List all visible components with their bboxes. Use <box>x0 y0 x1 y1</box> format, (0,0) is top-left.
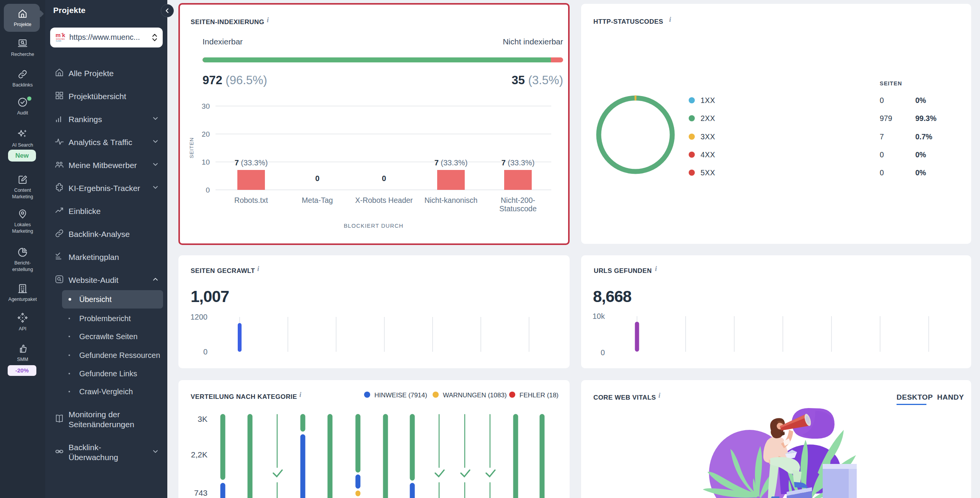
svg-text:BLOCKIERT DURCH: BLOCKIERT DURCH <box>344 223 403 229</box>
svg-text:3XX: 3XX <box>701 132 715 141</box>
svg-text:FEHLER (18): FEHLER (18) <box>519 392 559 399</box>
svg-text:0%: 0% <box>915 150 926 159</box>
svg-text:5XX: 5XX <box>701 168 715 177</box>
svg-text:3K: 3K <box>198 415 207 423</box>
svg-text:Statuscode: Statuscode <box>499 204 537 213</box>
svg-text:7 (33.3%): 7 (33.3%) <box>501 158 535 167</box>
svg-text:0: 0 <box>601 348 605 357</box>
svg-text:4XX: 4XX <box>701 150 715 159</box>
svg-text:2,2K: 2,2K <box>191 450 207 459</box>
svg-text:0: 0 <box>880 96 884 104</box>
svg-text:0: 0 <box>203 348 207 356</box>
svg-text:0%: 0% <box>915 96 926 104</box>
svg-text:0: 0 <box>382 174 386 183</box>
svg-text:979: 979 <box>880 114 892 122</box>
svg-text:0: 0 <box>315 174 319 183</box>
svg-text:99.3%: 99.3% <box>915 114 936 122</box>
svg-text:0.7%: 0.7% <box>915 132 932 141</box>
svg-text:0: 0 <box>880 168 884 177</box>
svg-text:30: 30 <box>202 102 210 110</box>
svg-text:Nicht-kanonisch: Nicht-kanonisch <box>425 196 478 204</box>
svg-text:SEITEN: SEITEN <box>189 137 194 158</box>
svg-text:WARNUNGEN (1083): WARNUNGEN (1083) <box>443 392 507 399</box>
svg-text:0%: 0% <box>915 168 926 177</box>
svg-text:KLINIK: KLINIK <box>56 40 61 42</box>
svg-text:1200: 1200 <box>191 313 208 321</box>
svg-text:20: 20 <box>202 130 210 138</box>
svg-text:Meta-Tag: Meta-Tag <box>302 196 333 204</box>
svg-text:10k: 10k <box>593 312 605 320</box>
svg-text:2XX: 2XX <box>701 114 715 122</box>
svg-text:HINWEISE (7914): HINWEISE (7914) <box>374 392 427 399</box>
svg-text:m: m <box>56 32 60 38</box>
svg-text:X-Robots Header: X-Robots Header <box>355 196 413 204</box>
svg-text:SEITEN: SEITEN <box>880 80 902 87</box>
svg-text:0: 0 <box>206 186 210 194</box>
svg-text:1XX: 1XX <box>701 96 715 104</box>
svg-text:Robots.txt: Robots.txt <box>234 196 268 204</box>
svg-text:k: k <box>62 32 65 38</box>
svg-text:10: 10 <box>202 158 210 166</box>
svg-text:Nicht-200-: Nicht-200- <box>501 196 535 204</box>
svg-text:7: 7 <box>880 132 884 141</box>
svg-text:0: 0 <box>880 150 884 159</box>
svg-text:7 (33.3%): 7 (33.3%) <box>434 158 468 167</box>
svg-text:743: 743 <box>194 488 207 497</box>
svg-text:7 (33.3%): 7 (33.3%) <box>235 158 268 167</box>
